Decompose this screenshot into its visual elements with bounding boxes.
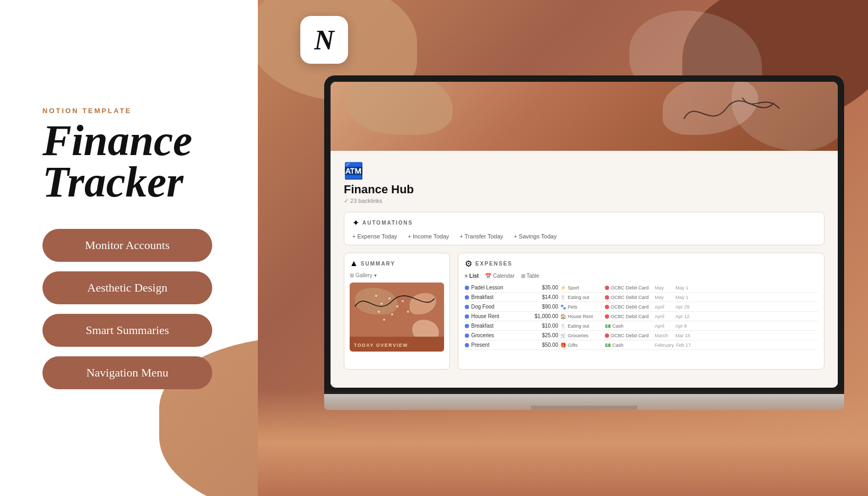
tab-list[interactable]: ≡ List bbox=[465, 273, 479, 279]
expense-name-3: House Rent bbox=[471, 313, 519, 319]
summary-icon: ▲ bbox=[350, 259, 358, 268]
expense-cat-6: 🎁 Gifts bbox=[560, 343, 603, 348]
expense-row-2: Dog Food $90.00 🐾 Pets OCBC Debit Card A… bbox=[465, 302, 818, 312]
expense-row-4: Breakfast $10.00 🍴 Eating out 💵 Cash Apr… bbox=[465, 321, 818, 331]
expense-dot-2 bbox=[465, 305, 469, 309]
expense-cat-0: ⚡ Sport bbox=[560, 285, 603, 290]
expense-month-3: April bbox=[655, 314, 673, 319]
expense-amount-0: $35.00 bbox=[521, 285, 558, 290]
gallery-image: TODAY OVERVIEW bbox=[350, 283, 444, 352]
main-title: Finance Tracker bbox=[42, 120, 228, 203]
expense-date-3: Apr 12 bbox=[675, 314, 691, 319]
expense-date-4: Apr 8 bbox=[675, 323, 691, 329]
left-panel: NOTION TEMPLATE Finance Tracker Monitor … bbox=[0, 0, 260, 496]
summary-box: ▲ SUMMARY ⊞ Gallery ▾ bbox=[344, 253, 450, 370]
laptop-screen-bezel: 🏧 Finance Hub ✓ 23 backlinks ✦ AUTOMATIO… bbox=[324, 75, 844, 394]
expense-dot-6 bbox=[465, 343, 469, 347]
expense-card-5: OCBC Debit Card bbox=[605, 333, 653, 338]
expense-card-2: OCBC Debit Card bbox=[605, 304, 653, 310]
monitor-accounts-button[interactable]: Monitor Accounts bbox=[42, 229, 212, 262]
expense-date-1: May 1 bbox=[675, 295, 691, 300]
expenses-header: ⚙ EXPENSES bbox=[465, 259, 818, 269]
expense-name-5: Groceries bbox=[471, 332, 519, 338]
tab-table[interactable]: ⊞ Table bbox=[521, 273, 540, 279]
notion-template-label: NOTION TEMPLATE bbox=[42, 107, 228, 115]
expense-dot-5 bbox=[465, 333, 469, 338]
expense-month-4: April bbox=[655, 323, 673, 329]
automations-icon: ✦ bbox=[352, 218, 359, 228]
expense-card-1: OCBC Debit Card bbox=[605, 295, 653, 300]
expense-today-btn[interactable]: + Expense Today bbox=[352, 233, 397, 240]
expense-amount-1: $14.00 bbox=[521, 294, 558, 300]
savings-today-btn[interactable]: + Savings Today bbox=[514, 233, 557, 240]
screen-content: 🏧 Finance Hub ✓ 23 backlinks ✦ AUTOMATIO… bbox=[331, 151, 838, 388]
expense-name-6: Present bbox=[471, 342, 519, 348]
expense-month-6: February bbox=[655, 343, 674, 348]
expense-amount-4: $10.00 bbox=[521, 323, 558, 329]
expense-date-6: Feb 17 bbox=[676, 343, 692, 348]
smart-summaries-button[interactable]: Smart Summaries bbox=[42, 314, 212, 347]
backlinks-count: ✓ 23 backlinks bbox=[344, 198, 824, 204]
expense-card-4: 💵 Cash bbox=[605, 323, 653, 329]
expense-row-0: Padel Lesson $35.00 ⚡ Sport OCBC Debit C… bbox=[465, 283, 818, 293]
tab-calendar[interactable]: 📅 Calendar bbox=[485, 273, 514, 279]
summary-header: ▲ SUMMARY bbox=[350, 259, 444, 268]
laptop-screen: 🏧 Finance Hub ✓ 23 backlinks ✦ AUTOMATIO… bbox=[331, 82, 838, 388]
expense-date-0: May 1 bbox=[675, 285, 691, 290]
feature-buttons-list: Monitor Accounts Aesthetic Design Smart … bbox=[42, 229, 228, 389]
view-tabs: ≡ List 📅 Calendar ⊞ Table bbox=[465, 273, 818, 279]
automations-section: ✦ AUTOMATIONS + Expense Today + Income T… bbox=[344, 212, 824, 245]
expense-dot-4 bbox=[465, 324, 469, 328]
summary-column: ▲ SUMMARY ⊞ Gallery ▾ bbox=[344, 253, 450, 370]
summary-title: SUMMARY bbox=[361, 261, 395, 267]
laptop-body: 🏧 Finance Hub ✓ 23 backlinks ✦ AUTOMATIO… bbox=[324, 75, 844, 421]
expenses-box: ⚙ EXPENSES ≡ List 📅 Calendar ⊞ Table bbox=[458, 253, 824, 370]
expense-name-4: Breakfast bbox=[471, 323, 519, 329]
expense-amount-5: $25.00 bbox=[521, 332, 558, 338]
lower-section: ▲ SUMMARY ⊞ Gallery ▾ bbox=[344, 253, 824, 370]
notion-n-letter: N bbox=[314, 24, 334, 56]
automations-header: ✦ AUTOMATIONS bbox=[352, 218, 816, 228]
expense-name-2: Dog Food bbox=[471, 304, 519, 310]
gallery-toggle[interactable]: ⊞ Gallery ▾ bbox=[350, 272, 444, 278]
notion-logo: N bbox=[300, 16, 348, 64]
expense-row-1: Breakfast $14.00 🍴 Eating out OCBC Debit… bbox=[465, 293, 818, 302]
bottom-copper-gradient bbox=[258, 390, 868, 496]
expense-month-1: May bbox=[655, 295, 673, 300]
expense-date-2: Apr 29 bbox=[675, 304, 691, 310]
expense-name-1: Breakfast bbox=[471, 294, 519, 300]
expense-dot-3 bbox=[465, 314, 469, 319]
automation-buttons: + Expense Today + Income Today + Transfe… bbox=[352, 233, 816, 240]
expense-amount-3: $1,000.00 bbox=[521, 313, 558, 319]
expense-cat-2: 🐾 Pets bbox=[560, 304, 603, 310]
automations-title: AUTOMATIONS bbox=[362, 220, 413, 226]
expenses-column: ⚙ EXPENSES ≡ List 📅 Calendar ⊞ Table bbox=[458, 253, 824, 370]
screen-header-bg bbox=[331, 82, 838, 151]
expense-cat-3: 🏠 House Rent bbox=[560, 314, 603, 319]
finance-hub-icon: 🏧 bbox=[344, 161, 824, 180]
screen-blob1 bbox=[346, 82, 453, 135]
expense-amount-6: $50.00 bbox=[521, 342, 558, 348]
right-background: N bbox=[258, 0, 868, 496]
expense-date-5: Mar 15 bbox=[675, 333, 691, 338]
transfer-today-btn[interactable]: + Transfer Today bbox=[459, 233, 503, 240]
expense-row-3: House Rent $1,000.00 🏠 House Rent OCBC D… bbox=[465, 312, 818, 321]
expense-dot-1 bbox=[465, 295, 469, 300]
squiggle-decoration bbox=[679, 87, 785, 130]
expense-amount-2: $90.00 bbox=[521, 304, 558, 310]
expense-month-2: April bbox=[655, 304, 673, 310]
expense-card-0: OCBC Debit Card bbox=[605, 285, 653, 290]
laptop-mockup: 🏧 Finance Hub ✓ 23 backlinks ✦ AUTOMATIO… bbox=[311, 53, 857, 443]
expense-month-5: March bbox=[655, 333, 673, 338]
expense-dot-0 bbox=[465, 286, 469, 290]
expense-card-3: OCBC Debit Card bbox=[605, 314, 653, 319]
expense-card-6: 💵 Cash bbox=[605, 343, 653, 348]
expense-row-6: Present $50.00 🎁 Gifts 💵 Cash February F… bbox=[465, 340, 818, 350]
expense-row-5: Groceries $25.00 🛒 Groceries OCBC Debit … bbox=[465, 331, 818, 340]
title-line2: Tracker bbox=[42, 158, 184, 206]
income-today-btn[interactable]: + Income Today bbox=[408, 233, 449, 240]
expense-cat-4: 🍴 Eating out bbox=[560, 323, 603, 329]
aesthetic-design-button[interactable]: Aesthetic Design bbox=[42, 271, 212, 304]
expense-cat-5: 🛒 Groceries bbox=[560, 333, 603, 338]
navigation-menu-button[interactable]: Navigation Menu bbox=[42, 356, 212, 389]
